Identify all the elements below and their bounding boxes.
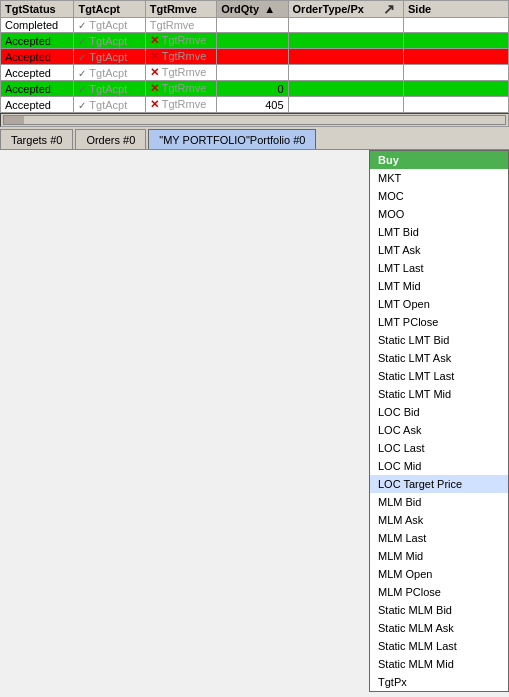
cell-side (404, 97, 509, 113)
scrollbar-track[interactable] (3, 115, 506, 125)
dropdown-item[interactable]: LOC Mid (370, 457, 508, 475)
cell-tgtrmve: TgtRmve (145, 18, 216, 33)
col-header-ordqty[interactable]: OrdQty ▲ (217, 1, 288, 18)
cell-ordertype (288, 49, 403, 65)
check-icon: ✓ (78, 84, 86, 95)
col-header-side[interactable]: Side (404, 1, 509, 18)
dropdown-item[interactable]: MOC (370, 187, 508, 205)
cell-tgtstatus: Completed (1, 18, 74, 33)
table-row: Completed✓ TgtAcptTgtRmve (1, 18, 509, 33)
col-header-tgtrmve[interactable]: TgtRmve (145, 1, 216, 18)
dropdown-item[interactable]: Static LMT Mid (370, 385, 508, 403)
dropdown-item[interactable]: Static MLM Mid (370, 655, 508, 673)
table-row: Accepted✓ TgtAcpt✕ TgtRmve (1, 49, 509, 65)
dropdown-item[interactable]: Static LMT Last (370, 367, 508, 385)
scrollbar-thumb[interactable] (4, 116, 24, 124)
data-table: TgtStatus TgtAcpt TgtRmve OrdQty ▲ Order… (0, 0, 509, 113)
dropdown-item[interactable]: LMT Bid (370, 223, 508, 241)
dropdown-item[interactable]: MLM Last (370, 529, 508, 547)
cell-ordqty: 0 (217, 81, 288, 97)
dropdown-item[interactable]: MLM Bid (370, 493, 508, 511)
x-icon: ✕ (150, 98, 159, 110)
dropdown-item[interactable]: Static MLM Bid (370, 601, 508, 619)
cell-tgtacpt: ✓ TgtAcpt (74, 65, 145, 81)
tab-portfolio[interactable]: "MY PORTFOLIO"Portfolio #0 (148, 129, 316, 149)
cell-tgtstatus: Accepted (1, 81, 74, 97)
cell-ordqty (217, 65, 288, 81)
cell-ordqty (217, 49, 288, 65)
cell-tgtrmve: ✕ TgtRmve (145, 81, 216, 97)
dropdown-item[interactable]: LMT Mid (370, 277, 508, 295)
table-row: Accepted✓ TgtAcpt✕ TgtRmve0 (1, 81, 509, 97)
dropdown-item[interactable]: MOO (370, 205, 508, 223)
cell-tgtacpt: ✓ TgtAcpt (74, 81, 145, 97)
dropdown-item[interactable]: LMT Last (370, 259, 508, 277)
cell-ordertype (288, 97, 403, 113)
dropdown-item[interactable]: LMT Open (370, 295, 508, 313)
dropdown-item[interactable]: Static LMT Ask (370, 349, 508, 367)
cell-side (404, 33, 509, 49)
cell-ordertype (288, 18, 403, 33)
dropdown-item[interactable]: Static MLM Last (370, 637, 508, 655)
table-row: Accepted✓ TgtAcpt✕ TgtRmve (1, 65, 509, 81)
cell-tgtstatus: Accepted (1, 49, 74, 65)
cell-ordqty (217, 33, 288, 49)
cell-tgtrmve: ✕ TgtRmve (145, 33, 216, 49)
x-icon: ✕ (150, 82, 159, 94)
cell-side (404, 65, 509, 81)
x-icon: ✕ (150, 34, 159, 46)
cell-ordertype (288, 65, 403, 81)
check-icon: ✓ (78, 20, 86, 31)
col-header-ordertype[interactable]: OrderType/Px ↗ (288, 1, 403, 18)
table-header-row: TgtStatus TgtAcpt TgtRmve OrdQty ▲ Order… (1, 1, 509, 18)
cell-tgtacpt: ✓ TgtAcpt (74, 33, 145, 49)
dropdown-item[interactable]: LOC Target Price (370, 475, 508, 493)
cell-ordqty (217, 18, 288, 33)
table-row: Accepted✓ TgtAcpt✕ TgtRmve (1, 33, 509, 49)
tab-targets[interactable]: Targets #0 (0, 129, 73, 149)
cell-side (404, 81, 509, 97)
dropdown-item[interactable]: MLM Open (370, 565, 508, 583)
dropdown-item[interactable]: MLM Ask (370, 511, 508, 529)
main-panel: TgtStatus TgtAcpt TgtRmve OrdQty ▲ Order… (0, 0, 509, 697)
cell-ordertype (288, 81, 403, 97)
sort-arrow-asc: ▲ (264, 3, 275, 15)
dropdown-item[interactable]: Static MLM Ask (370, 619, 508, 637)
dropdown-item[interactable]: LOC Ask (370, 421, 508, 439)
dropdown-item[interactable]: MLM PClose (370, 583, 508, 601)
col-header-tgtacpt[interactable]: TgtAcpt (74, 1, 145, 18)
cell-tgtstatus: Accepted (1, 33, 74, 49)
dropdown-item[interactable]: MLM Mid (370, 547, 508, 565)
cell-tgtrmve: ✕ TgtRmve (145, 49, 216, 65)
x-icon: ✕ (150, 66, 159, 78)
cell-side (404, 49, 509, 65)
horizontal-scrollbar[interactable] (0, 113, 509, 127)
cell-ordertype (288, 33, 403, 49)
tab-orders[interactable]: Orders #0 (75, 129, 146, 149)
x-icon: ✕ (150, 50, 159, 62)
dropdown-item[interactable]: LOC Bid (370, 403, 508, 421)
content-area: BuyMKTMOCMOOLMT BidLMT AskLMT LastLMT Mi… (0, 149, 509, 697)
dropdown-item[interactable]: Static LMT Bid (370, 331, 508, 349)
table-row: Accepted✓ TgtAcpt✕ TgtRmve405 (1, 97, 509, 113)
cell-tgtstatus: Accepted (1, 97, 74, 113)
check-icon: ✓ (78, 36, 86, 47)
dropdown-item[interactable]: LMT Ask (370, 241, 508, 259)
cell-tgtacpt: ✓ TgtAcpt (74, 97, 145, 113)
dropdown-item[interactable]: TgtPx (370, 673, 508, 691)
dropdown-menu[interactable]: BuyMKTMOCMOOLMT BidLMT AskLMT LastLMT Mi… (369, 150, 509, 692)
dropdown-item[interactable]: Buy (370, 151, 508, 169)
cell-tgtacpt: ✓ TgtAcpt (74, 49, 145, 65)
check-icon: ✓ (78, 100, 86, 111)
col-header-tgtstatus[interactable]: TgtStatus (1, 1, 74, 18)
cell-tgtacpt: ✓ TgtAcpt (74, 18, 145, 33)
check-icon: ✓ (78, 68, 86, 79)
dropdown-item[interactable]: MKT (370, 169, 508, 187)
cell-ordqty: 405 (217, 97, 288, 113)
dropdown-item[interactable]: LMT PClose (370, 313, 508, 331)
cell-tgtrmve: ✕ TgtRmve (145, 65, 216, 81)
tabs-row: Targets #0 Orders #0 "MY PORTFOLIO"Portf… (0, 127, 509, 149)
dropdown-item[interactable]: LOC Last (370, 439, 508, 457)
cursor-indicator: ↗ (383, 1, 395, 17)
cell-tgtstatus: Accepted (1, 65, 74, 81)
